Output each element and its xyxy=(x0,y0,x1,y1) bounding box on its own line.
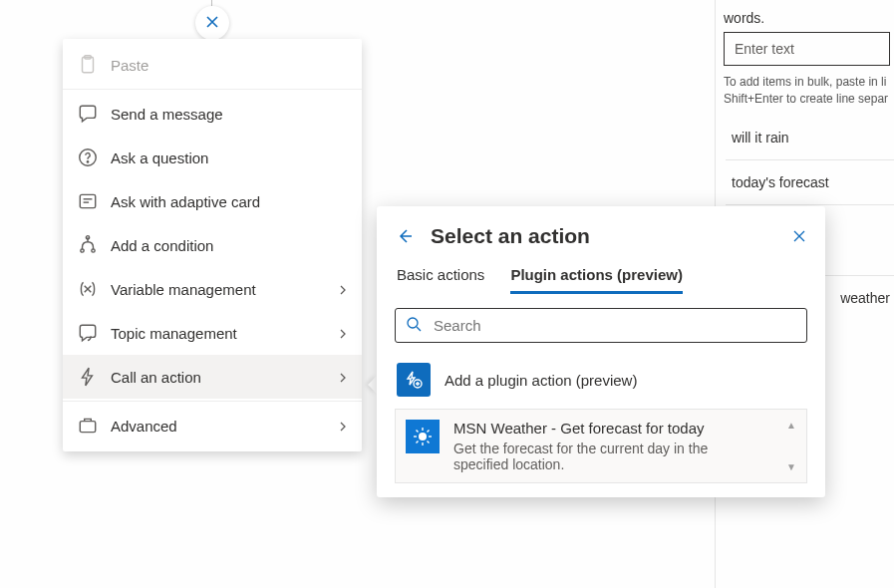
svg-rect-4 xyxy=(80,194,95,207)
menu-item-call-action[interactable]: Call an action xyxy=(63,355,362,399)
svg-line-21 xyxy=(428,431,430,433)
svg-rect-10 xyxy=(80,422,95,433)
close-node-button[interactable] xyxy=(195,6,229,40)
phrase-item[interactable]: today's forecast xyxy=(726,160,894,205)
add-node-menu: Paste Send a message Ask a question Ask … xyxy=(63,39,362,451)
close-icon xyxy=(204,14,220,33)
action-icon xyxy=(77,366,99,388)
variable-icon xyxy=(77,278,99,300)
tab-basic-actions[interactable]: Basic actions xyxy=(397,266,484,294)
svg-point-7 xyxy=(81,249,84,252)
menu-label: Topic management xyxy=(111,325,338,342)
chevron-right-icon xyxy=(338,418,348,435)
svg-point-13 xyxy=(419,433,427,441)
svg-point-9 xyxy=(86,236,89,239)
menu-item-send-message[interactable]: Send a message xyxy=(63,92,362,136)
search-icon xyxy=(406,316,422,335)
chevron-right-icon xyxy=(338,281,348,298)
menu-item-topic-mgmt[interactable]: Topic management xyxy=(63,311,362,355)
plugin-add-icon xyxy=(397,363,431,397)
menu-label: Send a message xyxy=(111,106,348,123)
menu-item-advanced[interactable]: Advanced xyxy=(63,404,362,447)
menu-item-condition[interactable]: Add a condition xyxy=(63,223,362,267)
menu-item-variable-mgmt[interactable]: Variable management xyxy=(63,267,362,311)
result-title: MSN Weather - Get forecast for today xyxy=(453,420,762,437)
svg-line-20 xyxy=(417,441,419,443)
paste-icon xyxy=(77,54,99,76)
chevron-right-icon xyxy=(338,369,348,386)
scroll-down-icon[interactable]: ▼ xyxy=(786,461,800,472)
svg-point-3 xyxy=(87,161,88,162)
svg-point-11 xyxy=(408,318,418,328)
svg-line-19 xyxy=(428,441,430,443)
panel-title: Select an action xyxy=(431,224,791,248)
tab-plugin-actions[interactable]: Plugin actions (preview) xyxy=(510,266,683,294)
flyout-pointer xyxy=(368,376,377,394)
menu-item-paste: Paste xyxy=(63,43,362,87)
menu-item-adaptive-card[interactable]: Ask with adaptive card xyxy=(63,179,362,223)
result-subtitle: Get the forecast for the current day in … xyxy=(453,441,762,472)
back-button[interactable] xyxy=(395,226,415,246)
question-icon xyxy=(77,147,99,168)
phrase-input[interactable]: Enter text xyxy=(724,32,890,66)
svg-line-18 xyxy=(417,431,419,433)
card-icon xyxy=(77,190,99,212)
menu-label: Call an action xyxy=(111,369,338,386)
advanced-icon xyxy=(77,415,99,437)
topic-icon xyxy=(77,322,99,344)
scroll-up-icon[interactable]: ▲ xyxy=(786,420,800,431)
menu-label: Add a condition xyxy=(111,237,348,254)
search-input[interactable] xyxy=(395,308,807,343)
weather-icon xyxy=(406,420,440,453)
menu-label: Variable management xyxy=(111,281,338,298)
phrase-hint: To add items in bulk, paste in li Shift+… xyxy=(720,72,894,116)
panel-tabs: Basic actions Plugin actions (preview) xyxy=(397,266,807,294)
menu-label: Ask a question xyxy=(111,149,348,166)
menu-item-ask-question[interactable]: Ask a question xyxy=(63,136,362,179)
svg-point-8 xyxy=(92,249,95,252)
truncated-label: words. xyxy=(720,10,894,26)
select-action-panel: Select an action Basic actions Plugin ac… xyxy=(377,206,825,497)
chevron-right-icon xyxy=(338,325,348,342)
scrollbar[interactable]: ▲ ▼ xyxy=(786,420,800,472)
action-result-item[interactable]: MSN Weather - Get forecast for today Get… xyxy=(395,409,807,483)
menu-label: Paste xyxy=(111,57,348,74)
menu-label: Ask with adaptive card xyxy=(111,193,348,210)
condition-icon xyxy=(77,234,99,256)
message-icon xyxy=(77,103,99,125)
add-plugin-action[interactable]: Add a plugin action (preview) xyxy=(395,357,807,409)
phrase-item[interactable]: will it rain xyxy=(726,116,894,160)
menu-label: Advanced xyxy=(111,418,338,435)
add-plugin-label: Add a plugin action (preview) xyxy=(445,372,637,389)
panel-close-button[interactable] xyxy=(791,228,807,244)
search-field[interactable] xyxy=(432,316,796,335)
